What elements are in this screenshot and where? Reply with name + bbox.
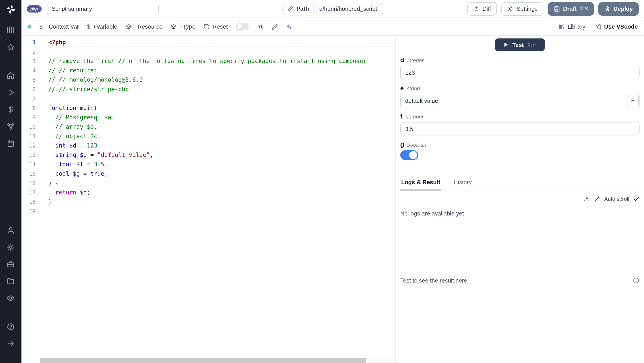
settings-label: Settings (516, 5, 538, 12)
diff-icon (473, 5, 479, 12)
hub-icon[interactable] (7, 122, 15, 131)
dollar-icon[interactable] (7, 105, 15, 114)
code-line[interactable]: // object $c, (48, 131, 395, 141)
toggle-off[interactable] (236, 23, 249, 30)
collapse-right-icon[interactable] (7, 340, 15, 348)
sparkles-icon (286, 23, 292, 30)
draft-button[interactable]: Draft ⌘S (548, 2, 594, 15)
add-variable-label: +Variable (93, 23, 118, 30)
test-button[interactable]: Test ⌘↵ (495, 38, 545, 51)
test-shortcut: ⌘↵ (528, 42, 537, 48)
line-number: 9 (22, 113, 36, 122)
path-value[interactable]: u/henri/honored_script (314, 3, 382, 14)
kanban-icon[interactable] (7, 26, 15, 34)
horizontal-scrollbar[interactable] (40, 358, 394, 363)
line-number: 16 (22, 178, 36, 188)
user-icon[interactable] (7, 226, 15, 234)
line-number: 10 (22, 122, 36, 131)
script-summary-input[interactable] (47, 2, 158, 15)
draft-label: Draft (563, 5, 577, 12)
reset-icon (204, 23, 210, 30)
field-name: f (400, 113, 402, 120)
assistant-toggle[interactable] (236, 23, 249, 30)
field-e-input[interactable] (400, 94, 640, 107)
line-number: 4 (22, 66, 36, 75)
code-line[interactable]: // array $b, (48, 122, 395, 131)
code-line[interactable]: function main( (48, 103, 395, 113)
eye-icon[interactable] (7, 294, 15, 302)
line-number: 11 (22, 131, 36, 141)
code-line[interactable] (48, 47, 395, 56)
help-icon[interactable] (7, 323, 15, 331)
check-icon[interactable] (633, 196, 640, 202)
settings-button[interactable]: Settings (501, 2, 544, 15)
reset-button[interactable]: Reset (204, 23, 228, 30)
code-line[interactable]: // remove the first // of the following … (48, 56, 395, 66)
download-icon[interactable] (584, 196, 590, 202)
info-icon[interactable] (633, 277, 640, 284)
line-number: 3 (22, 56, 36, 66)
toolbox-icon[interactable] (7, 260, 15, 268)
ai-button[interactable] (286, 23, 292, 30)
line-number: 1 (22, 37, 36, 47)
field-name: g (400, 141, 404, 148)
code-line[interactable]: int $d = 123, (48, 141, 395, 150)
code-lines[interactable]: <?php // remove the first // of the foll… (40, 37, 395, 363)
line-number: 14 (22, 160, 36, 169)
add-resource-button[interactable]: +Resource (125, 23, 162, 30)
deploy-label: Deploy (613, 5, 633, 12)
code-line[interactable]: // Postgresql $a, (48, 113, 395, 122)
format-button[interactable] (272, 23, 278, 30)
code-line[interactable] (48, 94, 395, 103)
field-d-input[interactable] (400, 66, 640, 79)
scrollbar-thumb[interactable] (40, 358, 366, 363)
home-icon[interactable] (7, 71, 15, 80)
library-button[interactable]: Library (558, 23, 586, 30)
calendar-icon[interactable] (7, 139, 15, 148)
dollar-icon: $ (39, 23, 42, 30)
star-icon[interactable] (7, 43, 15, 51)
add-context-var-button[interactable]: $ +Context Var (39, 23, 79, 30)
tab-history[interactable]: History (453, 179, 473, 190)
expand-icon[interactable] (594, 196, 600, 202)
windmill-logo[interactable] (6, 4, 16, 14)
code-line[interactable]: } (48, 197, 395, 207)
test-panel: Test ⌘↵ d integer e string (395, 36, 644, 363)
gear-icon (507, 5, 514, 12)
folder-icon[interactable] (7, 277, 15, 285)
field-type: integer (407, 57, 424, 63)
code-line[interactable] (48, 207, 395, 216)
code-editor[interactable]: 12345678910111213141516171819 <?php // r… (22, 36, 395, 363)
deploy-button[interactable]: Deploy (598, 2, 639, 15)
line-number: 5 (22, 75, 36, 84)
users-button[interactable] (257, 23, 264, 30)
tab-logs-result[interactable]: Logs & Result (400, 179, 441, 190)
add-variable-button[interactable]: $ +Variable (87, 23, 117, 30)
code-line[interactable]: bool $g = true, (48, 169, 395, 178)
code-line[interactable]: // // stripe/stripe-php (48, 84, 395, 94)
code-line[interactable]: // // monolog/monolog@3.6.0 (48, 75, 395, 84)
users-icon (257, 23, 264, 30)
code-line[interactable]: <?php (48, 37, 395, 47)
insert-variable-button[interactable]: $ (627, 95, 639, 106)
code-line[interactable]: float $f = 3.5, (48, 160, 395, 169)
line-number: 17 (22, 188, 36, 197)
settings-icon[interactable] (7, 243, 15, 251)
field-e: e string $ (400, 79, 640, 107)
add-type-button[interactable]: +Type (170, 23, 196, 30)
code-line[interactable]: ) { (48, 178, 395, 188)
line-number: 13 (22, 150, 36, 160)
line-number: 19 (22, 207, 36, 216)
field-g-toggle[interactable] (400, 150, 418, 160)
field-d: d integer (400, 51, 640, 79)
no-logs-message: No logs are available yet (400, 210, 640, 217)
field-f-input[interactable] (400, 122, 640, 135)
path-group[interactable]: Path u/henri/honored_script (282, 2, 383, 15)
code-line[interactable]: return $d; (48, 188, 395, 197)
code-line[interactable]: // // require: (48, 66, 395, 75)
use-vscode-button[interactable]: Use VScode (595, 23, 638, 30)
code-line[interactable]: string $e = "default value", (48, 150, 395, 160)
diff-button[interactable]: Diff (467, 2, 497, 15)
add-type-label: +Type (180, 23, 196, 30)
play-icon[interactable] (7, 88, 15, 97)
